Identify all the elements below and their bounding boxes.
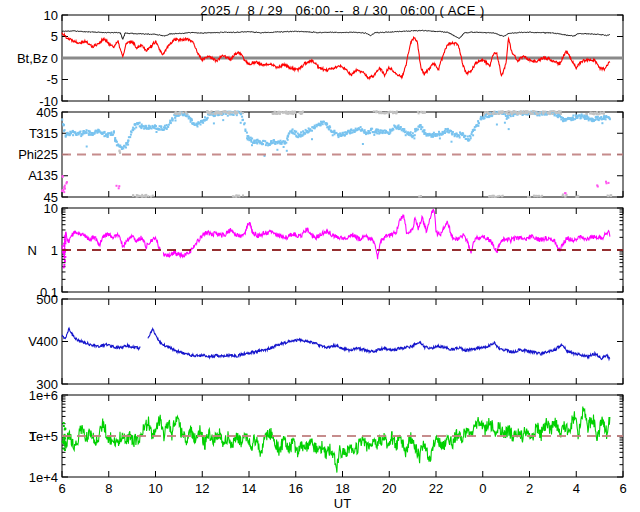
- panel-unit-label: N: [28, 243, 37, 258]
- scatter-point-Phi: [432, 136, 434, 138]
- panel-frame-angles: [62, 112, 623, 197]
- scatter-point-theta-wrap-gray: [421, 111, 423, 113]
- scatter-point-Phi: [156, 131, 158, 133]
- scatter-point-Phi: [464, 135, 466, 137]
- scatter-point-Phi: [372, 131, 374, 133]
- x-tick-label: 6: [619, 481, 626, 496]
- scatter-point-theta-wrap-gray: [512, 112, 514, 114]
- scatter-point-Phi: [507, 117, 509, 119]
- scatter-point-Phi: [72, 134, 74, 136]
- scatter-point-theta-wrap-gray: [221, 113, 223, 115]
- scatter-point-theta-wrap-gray: [226, 112, 228, 114]
- scatter-point-theta-wrap-gray: [487, 113, 489, 115]
- scatter-point-Phi: [107, 136, 109, 138]
- scatter-point-theta-wrap-gray: [291, 111, 293, 113]
- scatter-point-Phi: [251, 138, 253, 140]
- edge-scatter-point: [64, 428, 66, 430]
- scatter-point-Phi: [222, 119, 224, 121]
- scatter-point-theta-wrap-gray: [242, 194, 244, 196]
- scatter-point-Phi: [392, 129, 394, 131]
- scatter-point-theta-wrap-gray: [526, 112, 528, 114]
- scatter-point-Phi: [276, 149, 278, 151]
- scatter-point-theta-wrap-gray: [232, 195, 234, 197]
- scatter-point-Phi: [477, 120, 479, 122]
- scatter-point-Phi: [444, 132, 446, 134]
- scatter-point-theta-wrap-gray: [382, 112, 384, 114]
- scatter-point-Phi: [594, 119, 596, 121]
- scatter-point-Phi: [168, 124, 170, 126]
- scatter-point-Phi: [601, 122, 603, 124]
- scatter-point-Phi: [207, 117, 209, 119]
- scatter-point-A: [62, 175, 64, 177]
- scatter-point-theta-wrap-gray: [119, 152, 121, 154]
- scatter-point-Phi: [169, 120, 171, 122]
- scatter-point-Phi: [200, 124, 202, 126]
- scatter-point-theta-wrap-gray: [539, 112, 541, 114]
- y-tick-label: 1: [51, 243, 58, 258]
- scatter-point-theta-wrap-gray: [534, 110, 536, 112]
- scatter-point-theta-wrap-gray: [143, 195, 145, 197]
- scatter-point-Phi: [233, 114, 235, 116]
- scatter-point-Phi: [194, 124, 196, 126]
- scatter-point-Phi: [414, 134, 416, 136]
- scatter-point-Phi: [145, 125, 147, 127]
- scatter-point-Phi: [164, 125, 166, 127]
- scatter-point-Phi: [246, 132, 248, 134]
- panel-unit-label: V: [28, 334, 37, 349]
- scatter-point-Phi: [451, 141, 453, 143]
- scatter-point-Phi: [442, 133, 444, 135]
- scatter-point-Phi: [304, 132, 306, 134]
- scatter-point-theta-wrap-gray: [493, 196, 495, 198]
- scatter-point-Phi: [275, 143, 277, 145]
- scatter-point-theta-wrap-gray: [542, 111, 544, 113]
- scatter-point-Phi: [129, 136, 131, 138]
- scatter-point-A: [597, 186, 599, 188]
- scatter-point-Phi: [436, 134, 438, 136]
- scatter-point-Phi: [474, 129, 476, 131]
- scatter-point-Phi: [223, 113, 225, 115]
- panel-frame-density: [62, 208, 623, 292]
- scatter-point-Phi: [351, 132, 353, 134]
- scatter-point-Phi: [467, 136, 469, 138]
- scatter-point-Phi: [539, 115, 541, 117]
- panel-unit-label: Phi: [18, 147, 37, 162]
- edge-scatter-point: [62, 448, 64, 450]
- scatter-point-Phi: [597, 116, 599, 118]
- scatter-point-theta-wrap-gray: [272, 113, 274, 115]
- scatter-point-theta-wrap-gray: [502, 110, 504, 112]
- scatter-point-Phi: [424, 129, 426, 131]
- scatter-point-Phi: [63, 130, 65, 132]
- x-tick-label: 2: [526, 481, 533, 496]
- scatter-point-Phi: [557, 116, 559, 118]
- scatter-point-theta-wrap-gray: [132, 195, 134, 197]
- scatter-point-Phi: [462, 133, 464, 135]
- scatter-point-Phi: [158, 128, 160, 130]
- scatter-point-Phi: [452, 131, 454, 133]
- edge-scatter-point: [63, 264, 65, 266]
- plot-title: 2025 / 8 / 29 06:00 -- 8 / 30 06:00 ( AC…: [62, 3, 623, 18]
- x-tick-label: 18: [335, 481, 349, 496]
- scatter-point-Phi: [470, 136, 472, 138]
- scatter-point-theta-wrap-gray: [280, 111, 282, 113]
- y-tick-label: 315: [36, 126, 58, 141]
- scatter-point-theta-wrap-gray: [499, 195, 501, 197]
- scatter-point-theta-wrap-gray: [373, 110, 375, 112]
- scatter-point-Phi: [160, 125, 162, 127]
- scatter-point-theta-wrap-gray: [119, 150, 121, 152]
- y-tick-label: 400: [36, 334, 58, 349]
- scatter-point-Phi: [379, 132, 381, 134]
- scatter-point-Phi: [405, 131, 407, 133]
- scatter-point-theta-wrap-gray: [483, 113, 485, 115]
- scatter-point-Phi: [286, 150, 288, 152]
- scatter-point-theta-wrap-gray: [603, 111, 605, 113]
- scatter-point-theta-wrap-gray: [592, 113, 594, 115]
- scatter-point-theta-wrap-gray: [418, 196, 420, 198]
- scatter-point-Phi: [396, 128, 398, 130]
- edge-scatter-point: [63, 266, 65, 268]
- scatter-point-theta-wrap-gray: [517, 113, 519, 115]
- scatter-point-Phi: [80, 131, 82, 133]
- scatter-point-Phi: [83, 130, 85, 132]
- scatter-point-Phi: [413, 137, 415, 139]
- ace-solar-wind-plot: 2025 / 8 / 29 06:00 -- 8 / 30 06:00 ( AC…: [0, 0, 640, 512]
- panel-unit-label: A: [28, 168, 37, 183]
